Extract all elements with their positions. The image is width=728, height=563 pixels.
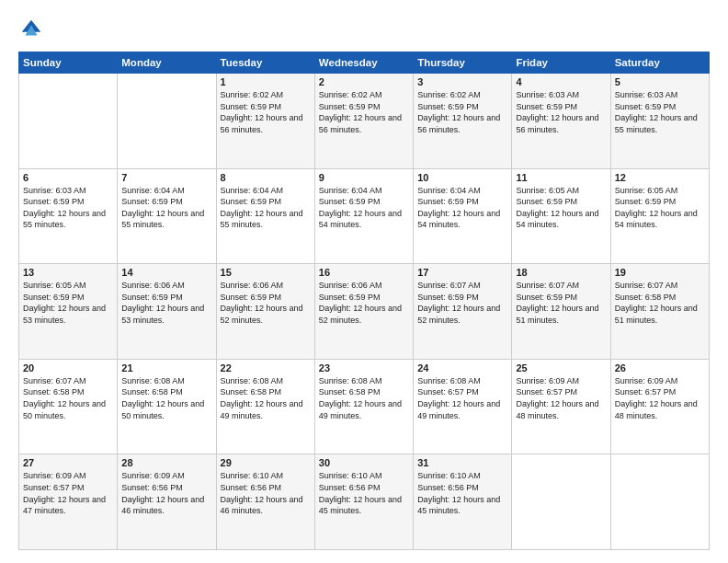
day-info: Sunrise: 6:08 AM Sunset: 6:57 PM Dayligh…	[417, 375, 507, 421]
day-number: 23	[319, 362, 409, 373]
day-cell: 27Sunrise: 6:09 AM Sunset: 6:57 PM Dayli…	[19, 454, 118, 550]
day-number: 3	[417, 76, 507, 87]
day-info: Sunrise: 6:03 AM Sunset: 6:59 PM Dayligh…	[516, 89, 606, 135]
day-number: 26	[615, 362, 705, 373]
header-day-thursday: Thursday	[414, 52, 512, 74]
day-number: 28	[121, 457, 211, 468]
page: SundayMondayTuesdayWednesdayThursdayFrid…	[0, 0, 728, 563]
day-number: 16	[319, 267, 409, 278]
day-info: Sunrise: 6:07 AM Sunset: 6:59 PM Dayligh…	[516, 280, 606, 326]
day-number: 17	[417, 267, 507, 278]
day-cell: 26Sunrise: 6:09 AM Sunset: 6:57 PM Dayli…	[610, 359, 709, 454]
week-row-5: 27Sunrise: 6:09 AM Sunset: 6:57 PM Dayli…	[19, 454, 710, 550]
day-info: Sunrise: 6:04 AM Sunset: 6:59 PM Dayligh…	[319, 185, 409, 231]
day-info: Sunrise: 6:09 AM Sunset: 6:57 PM Dayligh…	[516, 375, 606, 421]
day-cell: 29Sunrise: 6:10 AM Sunset: 6:56 PM Dayli…	[216, 454, 314, 550]
day-info: Sunrise: 6:08 AM Sunset: 6:58 PM Dayligh…	[121, 375, 211, 421]
week-row-4: 20Sunrise: 6:07 AM Sunset: 6:58 PM Dayli…	[19, 359, 710, 454]
day-info: Sunrise: 6:05 AM Sunset: 6:59 PM Dayligh…	[23, 280, 113, 326]
week-row-1: 1Sunrise: 6:02 AM Sunset: 6:59 PM Daylig…	[19, 74, 710, 169]
day-number: 8	[221, 172, 311, 183]
day-number: 7	[121, 172, 211, 183]
day-number: 9	[319, 172, 409, 183]
day-number: 31	[417, 457, 507, 468]
day-cell: 17Sunrise: 6:07 AM Sunset: 6:59 PM Dayli…	[414, 264, 512, 360]
day-cell: 6Sunrise: 6:03 AM Sunset: 6:59 PM Daylig…	[19, 168, 118, 264]
day-number: 1	[221, 76, 311, 87]
day-number: 13	[23, 267, 113, 278]
day-info: Sunrise: 6:02 AM Sunset: 6:59 PM Dayligh…	[319, 89, 409, 135]
day-cell: 15Sunrise: 6:06 AM Sunset: 6:59 PM Dayli…	[216, 264, 314, 360]
day-cell	[512, 454, 610, 550]
day-number: 29	[221, 457, 311, 468]
day-cell: 20Sunrise: 6:07 AM Sunset: 6:58 PM Dayli…	[19, 359, 118, 454]
day-number: 12	[615, 172, 705, 183]
day-number: 18	[516, 267, 606, 278]
day-info: Sunrise: 6:02 AM Sunset: 6:59 PM Dayligh…	[417, 89, 507, 135]
day-info: Sunrise: 6:09 AM Sunset: 6:56 PM Dayligh…	[121, 470, 211, 516]
day-number: 24	[417, 362, 507, 373]
day-number: 20	[23, 362, 113, 373]
day-cell	[19, 74, 118, 169]
day-info: Sunrise: 6:04 AM Sunset: 6:59 PM Dayligh…	[417, 185, 507, 231]
day-cell: 16Sunrise: 6:06 AM Sunset: 6:59 PM Dayli…	[314, 264, 413, 360]
day-info: Sunrise: 6:10 AM Sunset: 6:56 PM Dayligh…	[221, 470, 311, 516]
day-cell: 7Sunrise: 6:04 AM Sunset: 6:59 PM Daylig…	[118, 168, 216, 264]
week-row-3: 13Sunrise: 6:05 AM Sunset: 6:59 PM Dayli…	[19, 264, 710, 360]
day-info: Sunrise: 6:09 AM Sunset: 6:57 PM Dayligh…	[23, 470, 113, 516]
header-row: SundayMondayTuesdayWednesdayThursdayFrid…	[19, 52, 710, 74]
day-cell: 5Sunrise: 6:03 AM Sunset: 6:59 PM Daylig…	[610, 74, 709, 169]
logo-icon	[18, 17, 44, 42]
day-info: Sunrise: 6:03 AM Sunset: 6:59 PM Dayligh…	[615, 89, 705, 135]
day-cell: 22Sunrise: 6:08 AM Sunset: 6:58 PM Dayli…	[216, 359, 314, 454]
day-cell: 28Sunrise: 6:09 AM Sunset: 6:56 PM Dayli…	[118, 454, 216, 550]
day-number: 27	[23, 457, 113, 468]
day-cell: 18Sunrise: 6:07 AM Sunset: 6:59 PM Dayli…	[512, 264, 610, 360]
day-number: 4	[516, 76, 606, 87]
day-cell	[610, 454, 709, 550]
header-day-monday: Monday	[118, 52, 216, 74]
day-info: Sunrise: 6:03 AM Sunset: 6:59 PM Dayligh…	[23, 185, 113, 231]
day-number: 6	[23, 172, 113, 183]
day-cell: 21Sunrise: 6:08 AM Sunset: 6:58 PM Dayli…	[118, 359, 216, 454]
header-day-friday: Friday	[512, 52, 610, 74]
day-cell: 3Sunrise: 6:02 AM Sunset: 6:59 PM Daylig…	[414, 74, 512, 169]
day-number: 25	[516, 362, 606, 373]
day-info: Sunrise: 6:04 AM Sunset: 6:59 PM Dayligh…	[221, 185, 311, 231]
day-info: Sunrise: 6:08 AM Sunset: 6:58 PM Dayligh…	[319, 375, 409, 421]
day-cell: 30Sunrise: 6:10 AM Sunset: 6:56 PM Dayli…	[314, 454, 413, 550]
day-cell: 24Sunrise: 6:08 AM Sunset: 6:57 PM Dayli…	[414, 359, 512, 454]
day-cell: 4Sunrise: 6:03 AM Sunset: 6:59 PM Daylig…	[512, 74, 610, 169]
day-cell: 23Sunrise: 6:08 AM Sunset: 6:58 PM Dayli…	[314, 359, 413, 454]
day-cell: 13Sunrise: 6:05 AM Sunset: 6:59 PM Dayli…	[19, 264, 118, 360]
day-info: Sunrise: 6:05 AM Sunset: 6:59 PM Dayligh…	[615, 185, 705, 231]
day-cell: 2Sunrise: 6:02 AM Sunset: 6:59 PM Daylig…	[314, 74, 413, 169]
day-cell: 11Sunrise: 6:05 AM Sunset: 6:59 PM Dayli…	[512, 168, 610, 264]
calendar-header: SundayMondayTuesdayWednesdayThursdayFrid…	[19, 52, 710, 74]
day-info: Sunrise: 6:10 AM Sunset: 6:56 PM Dayligh…	[417, 470, 507, 516]
header	[18, 17, 710, 42]
day-number: 15	[221, 267, 311, 278]
day-cell: 31Sunrise: 6:10 AM Sunset: 6:56 PM Dayli…	[414, 454, 512, 550]
day-info: Sunrise: 6:10 AM Sunset: 6:56 PM Dayligh…	[319, 470, 409, 516]
day-info: Sunrise: 6:02 AM Sunset: 6:59 PM Dayligh…	[221, 89, 311, 135]
logo	[18, 17, 48, 42]
calendar-table: SundayMondayTuesdayWednesdayThursdayFrid…	[18, 52, 710, 550]
day-cell: 8Sunrise: 6:04 AM Sunset: 6:59 PM Daylig…	[216, 168, 314, 264]
day-info: Sunrise: 6:04 AM Sunset: 6:59 PM Dayligh…	[121, 185, 211, 231]
day-cell: 9Sunrise: 6:04 AM Sunset: 6:59 PM Daylig…	[314, 168, 413, 264]
day-cell: 25Sunrise: 6:09 AM Sunset: 6:57 PM Dayli…	[512, 359, 610, 454]
day-info: Sunrise: 6:07 AM Sunset: 6:58 PM Dayligh…	[23, 375, 113, 421]
day-info: Sunrise: 6:09 AM Sunset: 6:57 PM Dayligh…	[615, 375, 705, 421]
day-cell: 12Sunrise: 6:05 AM Sunset: 6:59 PM Dayli…	[610, 168, 709, 264]
day-info: Sunrise: 6:06 AM Sunset: 6:59 PM Dayligh…	[319, 280, 409, 326]
day-number: 5	[615, 76, 705, 87]
header-day-sunday: Sunday	[19, 52, 118, 74]
day-number: 21	[121, 362, 211, 373]
day-info: Sunrise: 6:05 AM Sunset: 6:59 PM Dayligh…	[516, 185, 606, 231]
day-info: Sunrise: 6:07 AM Sunset: 6:59 PM Dayligh…	[417, 280, 507, 326]
day-number: 10	[417, 172, 507, 183]
day-info: Sunrise: 6:08 AM Sunset: 6:58 PM Dayligh…	[221, 375, 311, 421]
day-info: Sunrise: 6:06 AM Sunset: 6:59 PM Dayligh…	[121, 280, 211, 326]
day-number: 22	[221, 362, 311, 373]
